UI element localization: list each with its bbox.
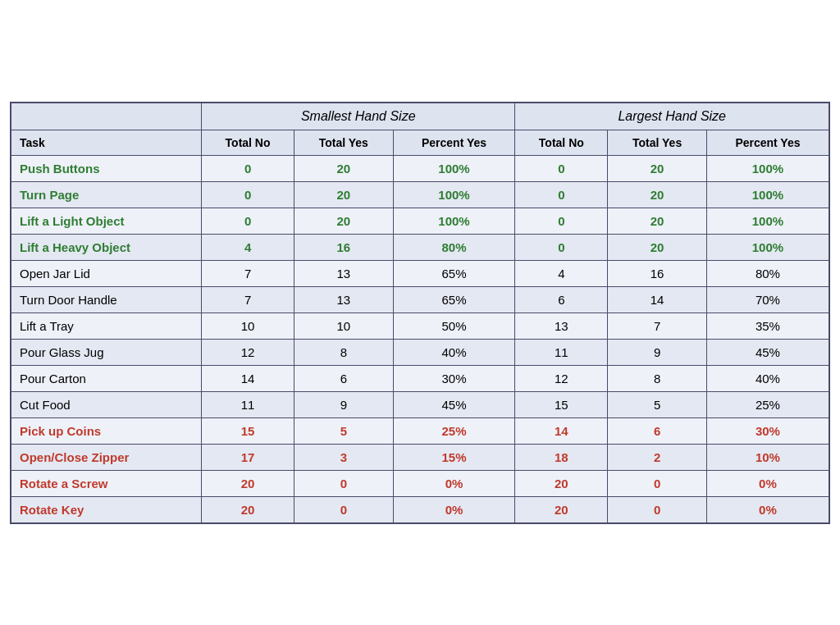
task-cell: Lift a Heavy Object — [11, 234, 202, 260]
s-no-cell: 14 — [202, 365, 294, 391]
l-pct-cell: 30% — [706, 417, 829, 444]
l-pct-cell: 10% — [706, 444, 829, 470]
smallest-hand-header: Smallest Hand Size — [202, 103, 515, 130]
l-yes-cell: 6 — [608, 417, 707, 444]
s-total-no-header: Total No — [202, 130, 294, 155]
table-row: Lift a Tray101050%13735% — [11, 312, 829, 339]
s-no-cell: 0 — [202, 181, 294, 208]
s-yes-cell: 6 — [294, 365, 393, 391]
s-no-cell: 10 — [202, 312, 294, 339]
table-row: Cut Food11945%15525% — [11, 391, 829, 417]
l-pct-cell: 70% — [706, 286, 829, 312]
l-no-cell: 20 — [515, 496, 608, 523]
l-no-cell: 0 — [515, 155, 608, 181]
s-no-cell: 0 — [202, 155, 294, 181]
s-yes-cell: 3 — [294, 444, 393, 470]
l-yes-cell: 8 — [608, 365, 707, 391]
s-yes-cell: 20 — [294, 208, 393, 234]
l-no-cell: 13 — [515, 312, 608, 339]
s-yes-cell: 5 — [294, 417, 393, 444]
table-row: Pour Carton14630%12840% — [11, 365, 829, 391]
l-pct-cell: 25% — [706, 391, 829, 417]
l-no-cell: 6 — [515, 286, 608, 312]
s-pct-cell: 65% — [393, 286, 515, 312]
table-row: Turn Door Handle71365%61470% — [11, 286, 829, 312]
task-cell: Turn Door Handle — [11, 286, 202, 312]
s-pct-cell: 50% — [393, 312, 515, 339]
s-yes-cell: 20 — [294, 181, 393, 208]
l-yes-cell: 16 — [608, 260, 707, 286]
l-yes-cell: 14 — [608, 286, 707, 312]
s-yes-cell: 10 — [294, 312, 393, 339]
s-yes-cell: 13 — [294, 260, 393, 286]
l-yes-cell: 0 — [608, 470, 707, 496]
l-no-cell: 0 — [515, 181, 608, 208]
table-row: Open Jar Lid71365%41680% — [11, 260, 829, 286]
largest-hand-header: Largest Hand Size — [515, 103, 829, 130]
l-pct-cell: 100% — [706, 155, 829, 181]
s-pct-cell: 65% — [393, 260, 515, 286]
l-yes-cell: 0 — [608, 496, 707, 523]
table-row: Lift a Light Object020100%020100% — [11, 208, 829, 234]
task-cell: Lift a Light Object — [11, 208, 202, 234]
s-no-cell: 12 — [202, 339, 294, 365]
task-cell: Lift a Tray — [11, 312, 202, 339]
s-yes-cell: 9 — [294, 391, 393, 417]
data-table: Smallest Hand Size Largest Hand Size Tas… — [10, 102, 830, 524]
task-cell: Cut Food — [11, 391, 202, 417]
task-cell: Open/Close Zipper — [11, 444, 202, 470]
s-pct-cell: 100% — [393, 181, 515, 208]
task-cell: Pick up Coins — [11, 417, 202, 444]
l-yes-cell: 20 — [608, 155, 707, 181]
l-pct-cell: 0% — [706, 470, 829, 496]
s-no-cell: 20 — [202, 496, 294, 523]
s-pct-cell: 40% — [393, 339, 515, 365]
l-no-cell: 0 — [515, 234, 608, 260]
table-row: Rotate a Screw2000%2000% — [11, 470, 829, 496]
s-yes-cell: 0 — [294, 496, 393, 523]
s-pct-cell: 0% — [393, 496, 515, 523]
task-cell: Pour Glass Jug — [11, 339, 202, 365]
s-pct-cell: 100% — [393, 155, 515, 181]
task-cell: Turn Page — [11, 181, 202, 208]
s-pct-cell: 80% — [393, 234, 515, 260]
l-yes-cell: 7 — [608, 312, 707, 339]
l-no-cell: 14 — [515, 417, 608, 444]
l-pct-cell: 100% — [706, 181, 829, 208]
s-pct-cell: 45% — [393, 391, 515, 417]
table-wrapper: Smallest Hand Size Largest Hand Size Tas… — [2, 94, 838, 532]
l-pct-cell: 0% — [706, 496, 829, 523]
s-no-cell: 11 — [202, 391, 294, 417]
s-percent-yes-header: Percent Yes — [393, 130, 515, 155]
l-no-cell: 12 — [515, 365, 608, 391]
s-no-cell: 7 — [202, 286, 294, 312]
l-yes-cell: 20 — [608, 181, 707, 208]
s-yes-cell: 20 — [294, 155, 393, 181]
task-cell: Open Jar Lid — [11, 260, 202, 286]
s-yes-cell: 16 — [294, 234, 393, 260]
table-row: Turn Page020100%020100% — [11, 181, 829, 208]
l-pct-cell: 35% — [706, 312, 829, 339]
l-percent-yes-header: Percent Yes — [706, 130, 829, 155]
l-no-cell: 11 — [515, 339, 608, 365]
l-yes-cell: 20 — [608, 208, 707, 234]
l-no-cell: 18 — [515, 444, 608, 470]
task-cell: Rotate Key — [11, 496, 202, 523]
task-cell: Push Buttons — [11, 155, 202, 181]
l-no-cell: 15 — [515, 391, 608, 417]
task-subheader: Task — [11, 130, 202, 155]
l-yes-cell: 20 — [608, 234, 707, 260]
s-no-cell: 15 — [202, 417, 294, 444]
task-cell: Pour Carton — [11, 365, 202, 391]
s-yes-cell: 0 — [294, 470, 393, 496]
l-yes-cell: 9 — [608, 339, 707, 365]
s-pct-cell: 15% — [393, 444, 515, 470]
l-yes-cell: 2 — [608, 444, 707, 470]
s-no-cell: 4 — [202, 234, 294, 260]
l-no-cell: 0 — [515, 208, 608, 234]
table-row: Rotate Key2000%2000% — [11, 496, 829, 523]
s-pct-cell: 100% — [393, 208, 515, 234]
s-pct-cell: 0% — [393, 470, 515, 496]
l-yes-cell: 5 — [608, 391, 707, 417]
s-pct-cell: 30% — [393, 365, 515, 391]
